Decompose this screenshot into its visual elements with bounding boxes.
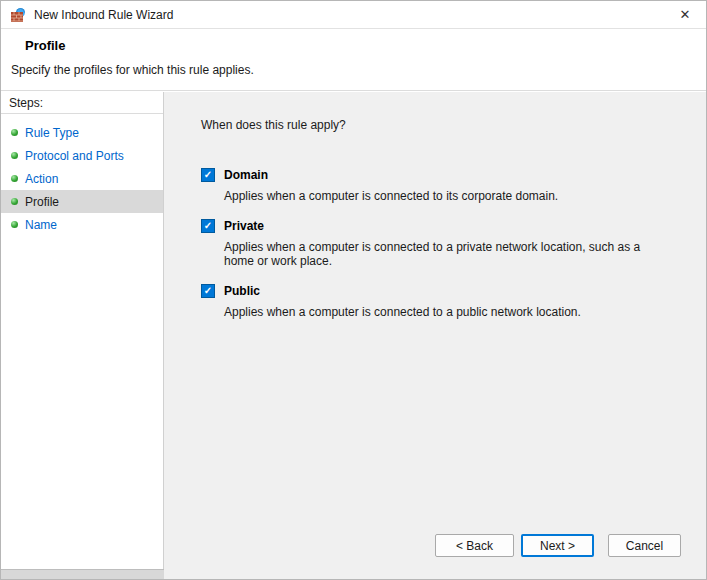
close-button[interactable]: ✕ <box>664 1 706 28</box>
firewall-icon <box>10 7 26 23</box>
step-label: Protocol and Ports <box>25 149 124 163</box>
wizard-window: New Inbound Rule Wizard ✕ Profile Specif… <box>0 0 707 580</box>
sidebar-item-rule-type[interactable]: Rule Type <box>1 121 163 144</box>
wizard-body: Steps: Rule Type Protocol and Ports Acti… <box>1 92 706 579</box>
window-title: New Inbound Rule Wizard <box>34 8 173 22</box>
profile-row: ✓ Public <box>201 284 676 298</box>
profile-row: ✓ Private <box>201 219 676 233</box>
domain-description: Applies when a computer is connected to … <box>224 189 654 204</box>
public-label: Public <box>224 284 260 298</box>
close-icon: ✕ <box>680 7 691 22</box>
steps-sidebar: Steps: Rule Type Protocol and Ports Acti… <box>1 92 164 579</box>
step-bullet-icon <box>11 221 18 228</box>
page-subtitle: Specify the profiles for which this rule… <box>11 63 254 77</box>
steps-heading: Steps: <box>1 92 163 114</box>
step-bullet-icon <box>11 152 18 159</box>
next-button[interactable]: Next > <box>521 534 594 557</box>
step-bullet-icon <box>11 175 18 182</box>
profile-group-public: ✓ Public Applies when a computer is conn… <box>201 284 676 320</box>
public-description: Applies when a computer is connected to … <box>224 305 654 320</box>
step-label: Profile <box>25 195 59 209</box>
step-label: Rule Type <box>25 126 79 140</box>
sidebar-item-protocol-and-ports[interactable]: Protocol and Ports <box>1 144 163 167</box>
domain-checkbox[interactable]: ✓ <box>201 168 215 182</box>
profile-group-domain: ✓ Domain Applies when a computer is conn… <box>201 168 676 204</box>
step-label: Name <box>25 218 57 232</box>
page-header: Profile Specify the profiles for which t… <box>1 30 706 91</box>
check-icon: ✓ <box>204 170 212 180</box>
page-title: Profile <box>25 38 65 53</box>
check-icon: ✓ <box>204 221 212 231</box>
private-label: Private <box>224 219 264 233</box>
domain-label: Domain <box>224 168 268 182</box>
public-checkbox[interactable]: ✓ <box>201 284 215 298</box>
step-bullet-icon <box>11 129 18 136</box>
cancel-button[interactable]: Cancel <box>608 534 681 557</box>
step-bullet-icon <box>11 198 18 205</box>
profile-row: ✓ Domain <box>201 168 676 182</box>
profile-group-private: ✓ Private Applies when a computer is con… <box>201 219 676 269</box>
check-icon: ✓ <box>204 286 212 296</box>
private-checkbox[interactable]: ✓ <box>201 219 215 233</box>
sidebar-item-action[interactable]: Action <box>1 167 163 190</box>
wizard-button-row: < Back Next > Cancel <box>435 534 681 557</box>
back-button[interactable]: < Back <box>435 534 514 557</box>
sidebar-item-profile[interactable]: Profile <box>1 190 163 213</box>
background-window-sliver <box>1 569 164 579</box>
private-description: Applies when a computer is connected to … <box>224 240 654 269</box>
profile-step-content: When does this rule apply? ✓ Domain Appl… <box>164 92 706 579</box>
question-text: When does this rule apply? <box>201 118 676 132</box>
sidebar-item-name[interactable]: Name <box>1 213 163 236</box>
titlebar: New Inbound Rule Wizard ✕ <box>1 1 706 29</box>
steps-list: Rule Type Protocol and Ports Action Prof… <box>1 114 163 236</box>
step-label: Action <box>25 172 58 186</box>
